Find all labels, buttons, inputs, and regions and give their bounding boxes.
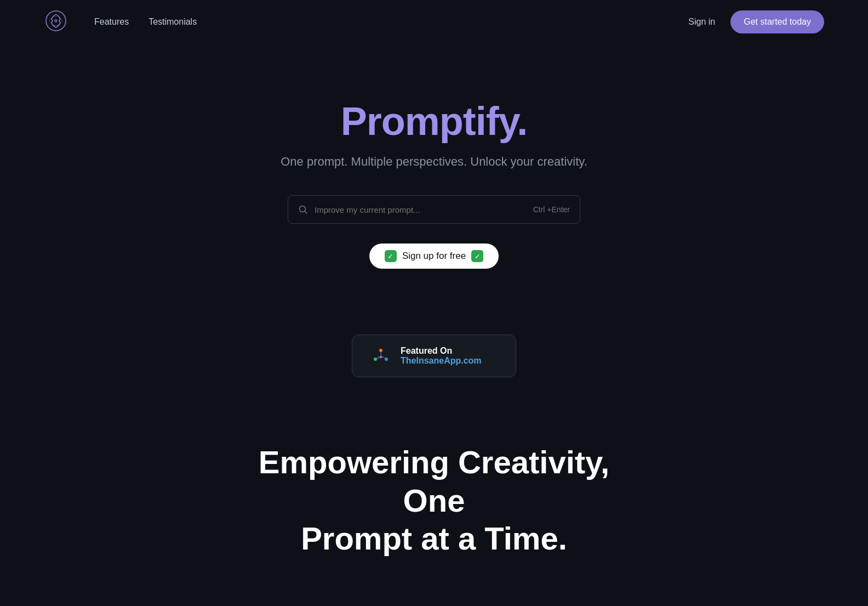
sign-in-button[interactable]: Sign in (688, 17, 715, 27)
get-started-button[interactable]: Get started today (730, 10, 824, 33)
nav-right: Sign in Get started today (688, 10, 824, 33)
hero-section: Promptify. One prompt. Multiple perspect… (0, 44, 868, 302)
bottom-title-line1: Empowering Creativity, One (259, 444, 609, 518)
svg-point-6 (385, 358, 388, 361)
bottom-title-line2: Prompt at a Time. (301, 520, 567, 556)
svg-point-1 (54, 19, 58, 22)
logo[interactable] (44, 9, 68, 35)
featured-text: Featured On TheInsaneApp.com (401, 346, 482, 366)
search-bar: Ctrl +Enter (288, 195, 580, 224)
svg-point-7 (380, 356, 382, 359)
search-shortcut: Ctrl +Enter (533, 205, 570, 214)
nav-testimonials[interactable]: Testimonials (149, 17, 197, 27)
nav-left: Features Testimonials (44, 9, 197, 35)
featured-on-label: Featured On (401, 346, 482, 356)
svg-point-4 (379, 349, 382, 352)
svg-point-5 (374, 358, 377, 361)
hero-subtitle: One prompt. Multiple perspectives. Unloc… (281, 155, 587, 169)
signup-button[interactable]: ✓ Sign up for free ✓ (369, 243, 499, 269)
featured-url-label: TheInsaneApp.com (401, 356, 482, 366)
svg-line-3 (305, 212, 307, 214)
check-badge-right: ✓ (471, 250, 483, 262)
bottom-title: Empowering Creativity, One Prompt at a T… (242, 443, 626, 558)
search-icon (298, 205, 308, 214)
nav-features[interactable]: Features (94, 17, 129, 27)
svg-line-10 (382, 356, 385, 359)
navbar: Features Testimonials Sign in Get starte… (0, 0, 868, 44)
nav-links: Features Testimonials (94, 17, 197, 27)
svg-point-2 (300, 206, 306, 212)
signup-label: Sign up for free (402, 251, 466, 262)
featured-badge[interactable]: Featured On TheInsaneApp.com (352, 335, 516, 377)
featured-logo-icon (370, 345, 392, 367)
bottom-section: Empowering Creativity, One Prompt at a T… (0, 410, 868, 591)
check-badge-left: ✓ (385, 250, 397, 262)
hero-title: Promptify. (341, 99, 528, 144)
prompt-input[interactable] (315, 205, 533, 214)
featured-section: Featured On TheInsaneApp.com (0, 335, 868, 377)
